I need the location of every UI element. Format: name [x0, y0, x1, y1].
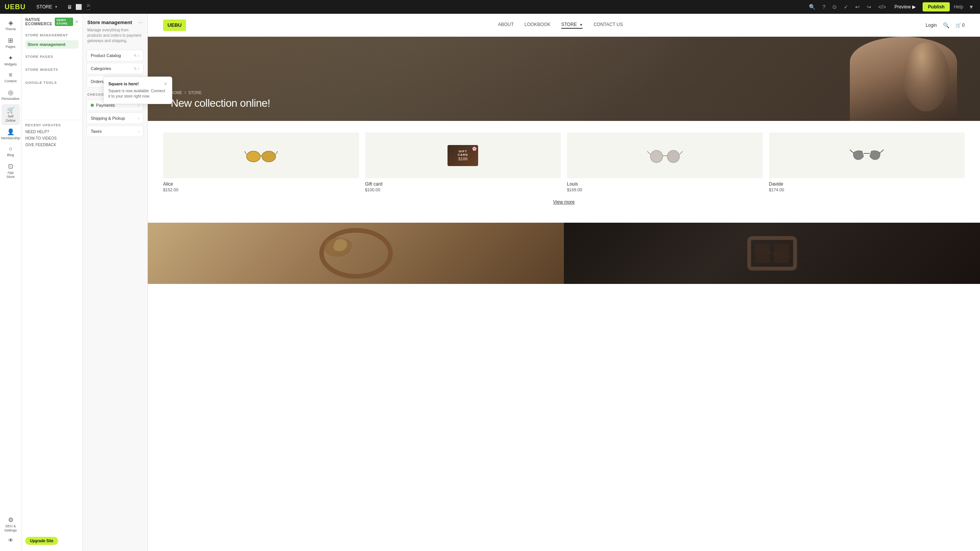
desktop-icon[interactable]: 🖥	[67, 4, 72, 10]
svg-point-0	[247, 151, 260, 162]
sidebar-item-app-store[interactable]: ⊡ App Store	[2, 160, 20, 181]
categories-label: Categories	[91, 66, 111, 71]
detail-panel-more-button[interactable]: ···	[138, 19, 143, 25]
store-pages-section-title: STORE PAGES	[25, 53, 78, 60]
recent-updates-title: RECENT UPDATES	[25, 123, 78, 127]
sidebar-item-theme[interactable]: ◈ Theme	[2, 17, 20, 34]
product-price-alice: $152.00	[163, 187, 359, 192]
square-popup-title: Square is here!	[108, 82, 139, 86]
demo-store-badge: DEMO STORE	[55, 18, 73, 26]
product-image-giftcard: 🌸 GIFT CARD $100	[365, 132, 490, 178]
shipping-pickup-label: Shipping & Pickup	[91, 116, 125, 121]
pages-icon: ⊞	[8, 37, 13, 44]
bottom-left-image	[148, 223, 490, 276]
product-name-giftcard: Gift card	[365, 181, 490, 187]
edit-icon-2: ✎	[134, 67, 137, 71]
product-image-alice	[163, 132, 359, 178]
square-popup-close-button[interactable]: ✕	[164, 82, 167, 86]
store-management-menu-item[interactable]: Store management	[25, 40, 78, 49]
close-panel-button[interactable]: ✕	[75, 19, 78, 24]
theme-icon: ◈	[8, 19, 13, 26]
sell-online-icon: 🛒	[7, 106, 15, 114]
preview-nav: UEBU ABOUT LOOKBOOK STORE ▼ CONTACT US L…	[148, 14, 490, 37]
membership-icon: 👤	[7, 128, 15, 135]
widgets-icon: ✦	[8, 54, 13, 62]
chevron-down-icon: ▼	[54, 5, 58, 9]
sidebar-item-content[interactable]: ≡ Content	[2, 69, 20, 86]
store-dropdown-button[interactable]: STORE ▼	[33, 3, 61, 11]
store-widgets-section-title: STORE WIDGETS	[25, 66, 78, 73]
mobile-icon[interactable]: 📱	[85, 4, 91, 10]
detail-panel-description: Manage everything from products and orde…	[83, 28, 147, 48]
store-panel: NATIVE ECOMMERCE DEMO STORE ✕ STORE MANA…	[21, 14, 83, 276]
topbar: UEBU STORE ▼ 🖥 ⬜ 📱 🔍 ? ⊙ ✓ ↩ ↪ </> Previ…	[0, 0, 490, 14]
preview-bottom-images	[148, 223, 490, 276]
detail-panel-header: Store management ···	[83, 14, 147, 28]
gift-card-visual: 🌸 GIFT CARD $100	[448, 145, 478, 166]
product-catalog-label: Product Catalog	[91, 53, 121, 58]
personalize-icon: ◎	[8, 89, 13, 96]
hero-content: HOME / STORE New collection online!	[171, 91, 270, 109]
device-icons: 🖥 ⬜ 📱	[67, 4, 91, 10]
categories-item[interactable]: Categories ✎ ›	[87, 63, 144, 74]
need-help-link[interactable]: NEED HELP?	[25, 129, 78, 135]
hero-breadcrumb: HOME / STORE	[171, 91, 270, 95]
preview-logo: UEBU	[163, 20, 186, 31]
product-price-giftcard: $100.00	[365, 187, 490, 192]
orders-label: Orders	[91, 79, 104, 84]
how-to-videos-link[interactable]: HOW-TO VIDEOS	[25, 135, 78, 142]
blog-icon: ○	[9, 145, 13, 152]
products-grid: Alice $152.00 🌸 GIFT CARD $100 Gift card…	[163, 132, 490, 192]
chevron-right-icon-6: ›	[138, 129, 139, 134]
sidebar-item-blog[interactable]: ○ Blog	[2, 143, 20, 160]
sidebar-item-personalize[interactable]: ◎ Personalize	[2, 86, 20, 103]
sidebar-item-sell-online[interactable]: 🛒 Sell Online	[2, 104, 20, 125]
product-card-giftcard[interactable]: 🌸 GIFT CARD $100 Gift card $100.00	[365, 132, 490, 192]
store-widgets-section: STORE WIDGETS	[21, 63, 82, 76]
view-more-section: View more	[163, 198, 490, 205]
shipping-pickup-item[interactable]: Shipping & Pickup ›	[87, 112, 144, 124]
edit-icon: ✎	[134, 54, 137, 58]
store-management-section-title: STORE MANAGEMENT	[25, 32, 78, 39]
taxes-label: Taxes	[91, 129, 102, 134]
product-catalog-item[interactable]: Product Catalog ✎ ›	[87, 50, 144, 61]
app-store-icon: ⊡	[8, 163, 13, 170]
store-panel-header: NATIVE ECOMMERCE DEMO STORE ✕	[21, 14, 82, 29]
website-preview: UEBU ABOUT LOOKBOOK STORE ▼ CONTACT US L…	[148, 14, 490, 276]
detail-panel-title: Store management	[87, 20, 132, 25]
sidebar-item-membership[interactable]: 👤 Membership	[2, 126, 20, 143]
flower-decoration: 🌸	[472, 147, 477, 151]
square-popup: Square is here! ✕ Square is now availabl…	[103, 77, 172, 104]
products-section: Alice $152.00 🌸 GIFT CARD $100 Gift card…	[148, 121, 490, 223]
sidebar-item-widgets[interactable]: ✦ Widgets	[2, 52, 20, 69]
google-tools-section: GOOGLE TOOLS	[21, 76, 82, 89]
give-feedback-link[interactable]: GIVE FEEDBACK	[25, 142, 78, 148]
sidebar-item-pages[interactable]: ⊞ Pages	[2, 34, 20, 51]
tablet-icon[interactable]: ⬜	[75, 4, 82, 10]
google-tools-section-title: GOOGLE TOOLS	[25, 79, 78, 86]
chevron-right-icon-2: ›	[138, 67, 139, 71]
preview-hero: HOME / STORE New collection online!	[148, 37, 490, 121]
hero-title: New collection online!	[171, 97, 270, 109]
store-management-section: STORE MANAGEMENT Store management	[21, 29, 82, 50]
product-card-alice[interactable]: Alice $152.00	[163, 132, 359, 192]
logo: UEBU	[5, 3, 26, 11]
recent-updates-section: RECENT UPDATES NEED HELP? HOW-TO VIDEOS …	[21, 120, 82, 151]
chevron-right-icon: ›	[138, 54, 139, 58]
left-sidebar: ◈ Theme ⊞ Pages ✦ Widgets ≡ Content ◎ Pe…	[0, 14, 21, 276]
square-popup-description: Square is now available. Connect it to y…	[108, 88, 167, 99]
content-icon: ≡	[9, 72, 12, 78]
store-pages-section: STORE PAGES	[21, 50, 82, 63]
detail-panel: Store management ··· Manage everything f…	[83, 14, 148, 276]
svg-point-1	[262, 151, 276, 162]
product-name-alice: Alice	[163, 181, 359, 187]
payments-status-dot	[91, 104, 94, 107]
taxes-item[interactable]: Taxes ›	[87, 126, 144, 137]
native-ecommerce-label: NATIVE ECOMMERCE	[25, 18, 55, 26]
chevron-right-icon-5: ›	[138, 116, 139, 121]
